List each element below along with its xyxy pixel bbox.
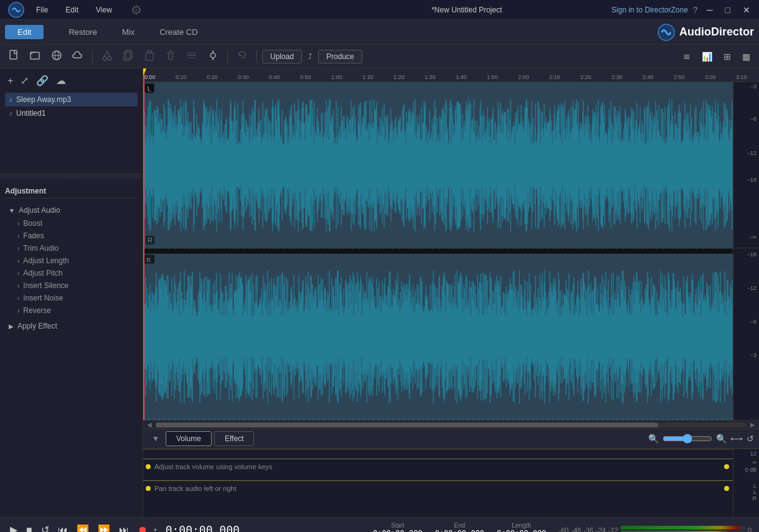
close-button[interactable]: ✕ — [739, 5, 754, 15]
new-file-button[interactable] — [5, 48, 24, 65]
record-dropdown[interactable]: ▾ — [154, 526, 157, 532]
item-arrow-length: › — [17, 258, 19, 264]
waveform-canvas[interactable] — [143, 82, 733, 420]
tab-mix[interactable]: Mix — [110, 25, 147, 39]
delete-button[interactable] — [161, 48, 180, 65]
item-arrow-pitch: › — [17, 270, 19, 277]
item-arrow-fades: › — [17, 233, 19, 240]
add-file-button[interactable]: + — [5, 73, 16, 88]
scrollbar-thumb[interactable] — [156, 422, 658, 427]
volume-handle-left-1[interactable] — [146, 464, 151, 469]
view-spectrum-button[interactable]: 📊 — [698, 50, 716, 63]
scrollbar-track[interactable] — [156, 422, 747, 427]
copy-button[interactable] — [119, 48, 138, 65]
ruler-mark-40: 0:40 — [269, 74, 280, 80]
zoom-out-button[interactable]: 🔍 — [648, 434, 659, 444]
vu-db-minus24: -24 — [596, 526, 606, 533]
produce-button[interactable]: Produce — [318, 50, 362, 63]
cut-button[interactable] — [98, 48, 116, 65]
minimize-button[interactable]: ─ — [703, 5, 717, 15]
scroll-right-button[interactable]: ▶ — [749, 421, 757, 428]
zoom-in-button[interactable]: 🔍 — [716, 434, 727, 444]
sign-in-link[interactable]: Sign in to DirectorZone — [611, 6, 688, 14]
volume-handle-right-1[interactable] — [724, 464, 729, 469]
volume-handle-right-2[interactable] — [724, 486, 729, 491]
tab-restore[interactable]: Restore — [56, 25, 110, 39]
vu-bar-left — [621, 526, 745, 530]
settings-icon[interactable]: ⚙ — [131, 2, 142, 17]
share-button[interactable]: ⤴ — [304, 51, 316, 62]
tab-create-cd[interactable]: Create CD — [147, 25, 210, 39]
effects-button[interactable] — [204, 48, 222, 65]
vol-l-top: L — [733, 483, 759, 489]
edit-tab-button[interactable]: Edit — [5, 25, 44, 39]
scroll-left-button[interactable]: ◀ — [146, 421, 153, 428]
volume-handle-left-2[interactable] — [146, 486, 151, 491]
panel-down-button[interactable]: ▼ — [148, 433, 163, 444]
adj-item-reverse[interactable]: › Reverse — [5, 304, 138, 317]
maximize-button[interactable]: □ — [722, 5, 734, 15]
menu-file[interactable]: File — [32, 4, 52, 16]
menu-view[interactable]: View — [92, 4, 116, 16]
file-item-untitled1[interactable]: ♪ Untitled1 — [5, 106, 138, 120]
panel-resize-handle[interactable] — [0, 174, 143, 179]
open-file-button[interactable] — [26, 48, 45, 65]
adj-item-silence[interactable]: › Insert Silence — [5, 279, 138, 292]
volume-track1[interactable]: Adjust track volume using volume keys — [143, 459, 733, 474]
web-button[interactable] — [47, 48, 66, 65]
zoom-reset-button[interactable]: ↺ — [747, 434, 754, 444]
adj-label-noise: Insert Noise — [23, 294, 63, 302]
timeline-area: 0:00 0:10 0:20 0:30 0:40 0:50 1:00 1:10 … — [143, 68, 759, 517]
cloud-button[interactable] — [68, 48, 87, 65]
start-time-group: Start 0:00:00.000 — [373, 522, 422, 532]
adj-item-length[interactable]: › Adjust Length — [5, 254, 138, 267]
undo-button[interactable] — [233, 48, 252, 65]
view-waveform-button[interactable]: ≋ — [679, 50, 694, 63]
start-value: 0:00:00.000 — [373, 529, 422, 532]
adj-item-fades[interactable]: › Fades — [5, 230, 138, 242]
record-button[interactable]: ⏺ — [135, 523, 150, 533]
loop-button[interactable]: ↺ — [39, 523, 52, 532]
play-button[interactable]: ▶ — [7, 523, 20, 532]
horizontal-scrollbar[interactable]: ◀ ▶ — [143, 420, 759, 429]
item-arrow-boost: › — [17, 220, 19, 227]
timeline-ruler[interactable]: 0:00 0:10 0:20 0:30 0:40 0:50 1:00 1:10 … — [143, 68, 759, 82]
rewind-button[interactable]: ⏪ — [74, 523, 92, 532]
link-file-button[interactable]: 🔗 — [34, 73, 51, 88]
adj-item-trim[interactable]: › Trim Audio — [5, 242, 138, 254]
trim-button[interactable] — [182, 48, 201, 65]
adj-label-pitch: Adjust Pitch — [23, 269, 62, 278]
transport-right: Start 0:00:00.000 End 0:00:00.000 Length… — [373, 522, 752, 532]
stop-button[interactable]: ■ — [24, 523, 35, 533]
menu-edit[interactable]: Edit — [62, 4, 82, 16]
zoom-fit-button[interactable]: ⟷ — [730, 434, 743, 444]
upload-button[interactable]: Upload — [262, 50, 302, 63]
skip-start-button[interactable]: ⏮ — [55, 523, 70, 533]
length-value: 0:00:00.000 — [497, 529, 546, 532]
paste-button[interactable] — [140, 48, 159, 65]
adjust-audio-header[interactable]: ▼ Adjust Audio — [5, 203, 138, 217]
db-center-line — [733, 248, 759, 248]
apply-effect-header[interactable]: ▶ Apply Effect — [5, 319, 138, 333]
file-item-sleep-away[interactable]: ♪ Sleep Away.mp3 — [5, 93, 138, 106]
fast-forward-button[interactable]: ⏩ — [95, 523, 113, 532]
db-6-bot: −6 — [750, 319, 757, 325]
adj-item-noise[interactable]: › Insert Noise — [5, 292, 138, 304]
adj-item-pitch[interactable]: › Adjust Pitch — [5, 267, 138, 279]
view-scroll-button[interactable]: ⊞ — [720, 50, 735, 63]
export-file-button[interactable]: ⤢ — [18, 73, 31, 88]
audio-file-icon: ♪ — [9, 95, 12, 104]
playhead[interactable] — [143, 68, 144, 82]
end-time-group: End 0:00:00.000 — [435, 522, 484, 532]
waveform-display[interactable]: L R — [143, 82, 733, 420]
adj-item-boost[interactable]: › Boost — [5, 217, 138, 230]
tab-effect[interactable]: Effect — [214, 431, 254, 446]
volume-track2[interactable]: Pan track audio left or right — [143, 480, 733, 495]
zoom-slider[interactable] — [662, 434, 712, 444]
skip-end-button[interactable]: ⏭ — [116, 523, 131, 533]
cloud-file-button[interactable]: ☁ — [54, 73, 68, 88]
view-detail-button[interactable]: ▦ — [738, 50, 754, 63]
toolbar: Upload ⤴ Produce ≋ 📊 ⊞ ▦ — [0, 45, 759, 68]
help-icon[interactable]: ? — [693, 5, 698, 15]
tab-volume[interactable]: Volume — [166, 431, 212, 446]
